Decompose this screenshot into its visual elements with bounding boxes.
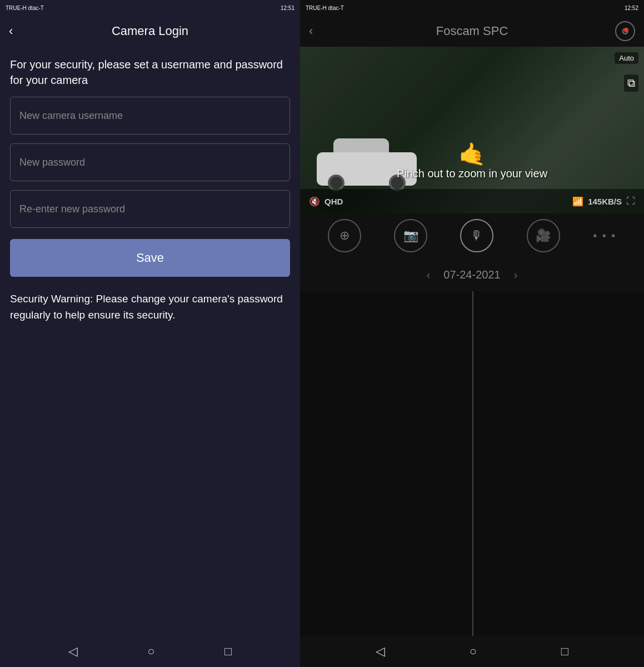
carrier-right: TRUE-H dtac-T — [306, 5, 344, 11]
pinch-icon: 🤙 — [397, 141, 547, 167]
wifi-icon: 📶 — [572, 196, 583, 207]
home-nav-icon[interactable]: ○ — [147, 644, 154, 659]
more-options-button[interactable]: • • • — [593, 230, 616, 242]
record-icon: 🎥 — [536, 228, 551, 243]
camera-icon: 📷 — [403, 228, 418, 243]
recent-nav-icon-right[interactable]: □ — [561, 644, 568, 659]
security-warning: Security Warning: Please change your cam… — [10, 291, 290, 323]
feed-control-right: 📶 145KB/S ⛶ — [572, 196, 635, 207]
nav-header-left: ‹ Camera Login — [0, 16, 300, 47]
ptz-icon: ⊕ — [340, 228, 350, 243]
mic-icon: 🎙 — [471, 228, 483, 243]
fullscreen-icon[interactable]: ⛶ — [626, 196, 635, 206]
speed-label: 145KB/S — [588, 197, 622, 206]
security-description: For your security, please set a username… — [10, 57, 290, 88]
left-panel: TRUE-H dtac-T 12:51 ‹ Camera Login For y… — [0, 0, 300, 667]
page-title-left: Camera Login — [112, 24, 188, 38]
date-nav: ‹ 07-24-2021 › — [300, 258, 644, 291]
auto-badge: Auto — [615, 52, 638, 64]
back-button-left[interactable]: ‹ — [9, 24, 13, 38]
back-nav-icon-right[interactable]: ◁ — [376, 644, 385, 659]
status-bar-left: TRUE-H dtac-T 12:51 — [0, 0, 300, 16]
home-nav-icon-right[interactable]: ○ — [470, 644, 477, 659]
carrier-left: TRUE-H dtac-T — [6, 5, 44, 11]
timeline-line — [472, 291, 473, 636]
bottom-nav-left: ◁ ○ □ — [0, 636, 300, 667]
back-button-right[interactable]: ‹ — [309, 24, 313, 38]
pip-button[interactable]: ⧉ — [624, 74, 638, 92]
feed-controls-bar: 🔇 QHD 📶 145KB/S ⛶ — [300, 189, 644, 213]
mute-icon[interactable]: 🔇 — [309, 196, 320, 207]
settings-button[interactable]: ⚙ — [615, 21, 635, 41]
time-right: 12:52 — [625, 5, 638, 11]
media-controls: ⊕ 📷 🎙 🎥 • • • — [300, 213, 644, 258]
date-label: 07-24-2021 — [443, 268, 500, 281]
camera-button[interactable]: 📷 — [394, 219, 427, 252]
timeline-area[interactable] — [300, 291, 644, 636]
status-bar-right: TRUE-H dtac-T 12:52 — [300, 0, 644, 16]
bottom-nav-right: ◁ ○ □ — [300, 636, 644, 667]
camera-feed: Auto ⧉ 🤙 Pinch out to zoom in your view … — [300, 47, 644, 213]
prev-date-button[interactable]: ‹ — [427, 268, 431, 281]
ptz-button[interactable]: ⊕ — [328, 219, 361, 252]
microphone-button[interactable]: 🎙 — [460, 219, 493, 252]
notification-dot — [624, 28, 628, 32]
nav-header-right: ‹ Foscam SPC ⚙ — [300, 16, 644, 47]
back-nav-icon[interactable]: ◁ — [68, 644, 78, 659]
time-left: 12:51 — [281, 5, 294, 11]
username-input[interactable] — [10, 97, 290, 135]
zoom-text: Pinch out to zoom in your view — [397, 167, 547, 180]
feed-control-left: 🔇 QHD — [309, 196, 343, 207]
camera-title: Foscam SPC — [436, 24, 508, 38]
quality-label: QHD — [325, 197, 343, 206]
password-input[interactable] — [10, 143, 290, 181]
save-button[interactable]: Save — [10, 239, 290, 277]
record-button[interactable]: 🎥 — [527, 219, 560, 252]
left-content: For your security, please set a username… — [0, 47, 300, 636]
recent-nav-icon[interactable]: □ — [224, 644, 232, 659]
confirm-password-input[interactable] — [10, 190, 290, 228]
right-panel: TRUE-H dtac-T 12:52 ‹ Foscam SPC ⚙ Auto … — [300, 0, 644, 667]
zoom-hint: 🤙 Pinch out to zoom in your view — [397, 141, 547, 180]
next-date-button[interactable]: › — [514, 268, 518, 281]
